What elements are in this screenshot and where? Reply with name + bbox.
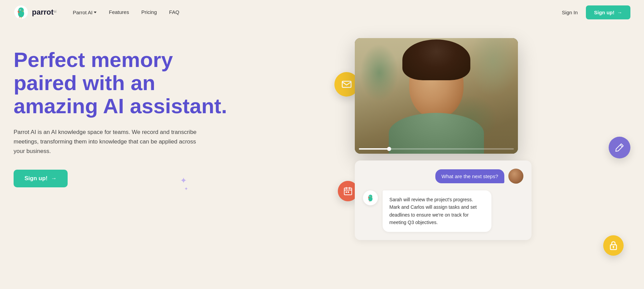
bot-avatar-icon bbox=[365, 193, 376, 203]
sparkle-icon: ✦✦ bbox=[180, 176, 187, 194]
person-silhouette bbox=[355, 38, 518, 154]
hero-signup-button[interactable]: Sign up! → bbox=[14, 170, 68, 187]
chat-bot-message: Sarah will review the project's progress… bbox=[363, 190, 523, 232]
hero-right: What are the next steps? bbox=[334, 38, 630, 276]
hero-title: Perfect memory paired with an amazing AI… bbox=[14, 48, 251, 118]
lock-float-icon bbox=[603, 235, 624, 256]
video-progress-bar[interactable] bbox=[359, 148, 514, 150]
sign-in-link[interactable]: Sign In bbox=[562, 10, 578, 15]
body-shape bbox=[389, 113, 484, 154]
svg-point-4 bbox=[20, 10, 21, 10]
svg-rect-5 bbox=[342, 81, 351, 87]
video-placeholder bbox=[355, 38, 518, 154]
chat-bubble-user: What are the next steps? bbox=[435, 169, 504, 183]
user-avatar-image bbox=[508, 169, 523, 184]
hero-description: Parrot AI is an AI knowledge space for t… bbox=[14, 128, 204, 156]
svg-point-12 bbox=[370, 196, 370, 197]
logo[interactable]: parrotai bbox=[14, 5, 56, 20]
svg-rect-7 bbox=[346, 191, 347, 193]
video-progress-fill bbox=[359, 148, 390, 150]
nav-pricing[interactable]: Pricing bbox=[141, 9, 157, 15]
chevron-down-icon bbox=[94, 12, 97, 13]
svg-rect-8 bbox=[348, 191, 349, 193]
nav-faq[interactable]: FAQ bbox=[169, 9, 179, 15]
chat-area: What are the next steps? bbox=[355, 160, 532, 240]
chat-bubble-bot: Sarah will review the project's progress… bbox=[383, 190, 491, 232]
user-avatar bbox=[508, 169, 523, 184]
face-oval bbox=[409, 50, 464, 118]
hero-section: Perfect memory paired with an amazing AI… bbox=[0, 24, 644, 289]
arrow-icon: → bbox=[617, 10, 622, 15]
nav-parrot-ai[interactable]: Parrot AI bbox=[73, 10, 97, 15]
chat-user-message: What are the next steps? bbox=[363, 169, 523, 184]
video-card bbox=[355, 38, 518, 154]
hero-left: Perfect memory paired with an amazing AI… bbox=[14, 38, 334, 187]
bot-avatar bbox=[363, 190, 378, 205]
parrot-logo-icon bbox=[14, 5, 29, 20]
navbar-right: Sign In Sign up! → bbox=[562, 5, 630, 19]
arrow-right-icon: → bbox=[51, 175, 57, 182]
svg-point-2 bbox=[18, 7, 24, 13]
edit-float-icon bbox=[609, 137, 630, 158]
navbar-signup-button[interactable]: Sign up! → bbox=[586, 5, 630, 19]
navbar-left: parrotai Parrot AI Features Pricing bbox=[14, 5, 179, 20]
logo-text: parrotai bbox=[32, 8, 56, 17]
nav-links: Parrot AI Features Pricing FAQ bbox=[73, 9, 179, 15]
svg-point-10 bbox=[368, 194, 372, 198]
nav-features[interactable]: Features bbox=[109, 9, 129, 15]
navbar: parrotai Parrot AI Features Pricing bbox=[0, 0, 644, 24]
